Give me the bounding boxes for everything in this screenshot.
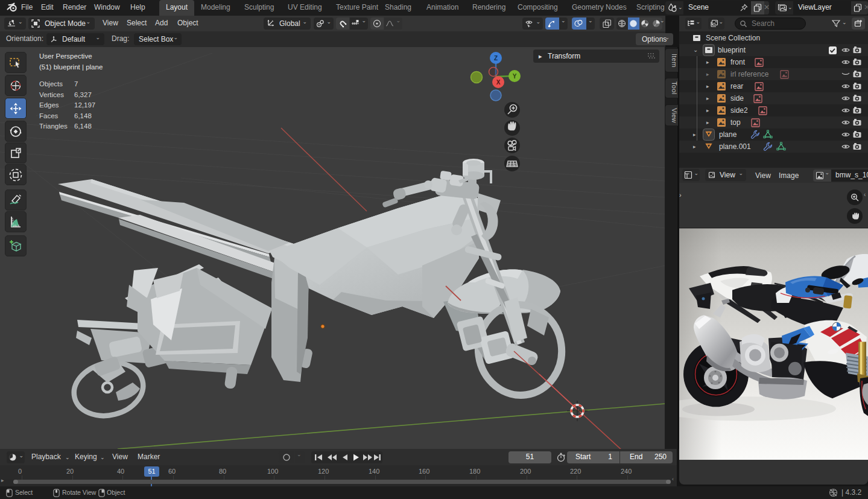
svg-text:12,197: 12,197 [74,101,95,109]
svg-text:X: X [496,79,501,86]
svg-text:(51) blueprint | plane: (51) blueprint | plane [39,63,103,71]
svg-text:Y: Y [513,73,517,80]
svg-text:Vertices: Vertices [39,91,64,98]
svg-text:6,327: 6,327 [74,91,92,98]
svg-text:6,148: 6,148 [74,122,92,130]
svg-text:Edges: Edges [39,101,59,109]
svg-text:6,148: 6,148 [74,112,92,119]
svg-text:▸: ▸ [539,52,542,60]
svg-text:Z: Z [494,55,498,62]
svg-text:Triangles: Triangles [39,122,68,130]
svg-text:User Perspective: User Perspective [39,52,92,60]
svg-text:7: 7 [74,80,78,87]
svg-text:Transform: Transform [548,52,580,60]
svg-text:Objects: Objects [39,80,63,87]
svg-text:Faces: Faces [39,112,59,119]
